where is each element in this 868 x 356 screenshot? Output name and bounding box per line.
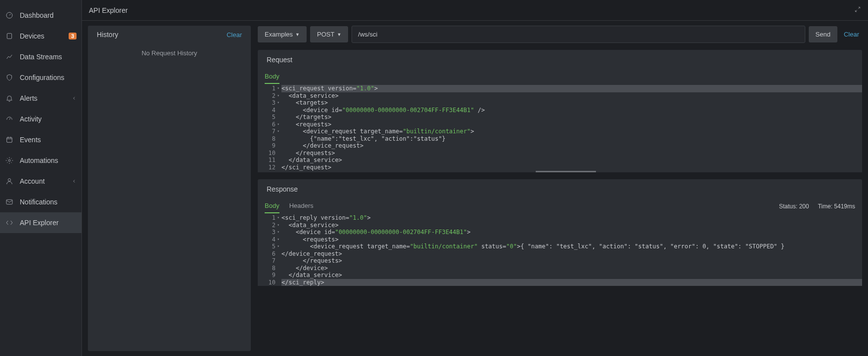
chevron-left-icon (72, 94, 77, 102)
main-area: API Explorer History Clear No Request Hi… (82, 0, 868, 356)
badge: 3 (69, 33, 77, 40)
svg-rect-5 (6, 199, 12, 204)
device-icon (5, 32, 14, 40)
scroll-indicator (258, 171, 862, 172)
gear-icon (5, 156, 14, 165)
send-button[interactable]: Send (809, 26, 837, 42)
gauge-icon (5, 11, 14, 20)
sidebar-item-label: API Explorer (20, 219, 77, 227)
chevron-left-icon (72, 177, 77, 185)
tab-body[interactable]: Body (265, 70, 279, 84)
response-time: Time: 5419ms (818, 203, 855, 210)
history-panel: History Clear No Request History (88, 26, 251, 351)
user-icon (5, 177, 14, 186)
sidebar-item-api-explorer[interactable]: API Explorer (0, 212, 81, 233)
sidebar-item-label: Data Streams (20, 53, 77, 61)
sidebar-item-label: Account (20, 177, 66, 185)
sidebar-item-notifications[interactable]: Notifications (0, 192, 81, 212)
line-gutter: 1▾2▾3▾456▾7▾89101112 (258, 85, 278, 171)
url-input[interactable] (352, 26, 805, 43)
chevron-down-icon: ▼ (337, 32, 341, 37)
sidebar-item-devices[interactable]: Devices3 (0, 26, 81, 46)
sidebar-item-label: Alerts (20, 94, 66, 102)
method-label: POST (317, 31, 334, 38)
sidebar-item-label: Activity (20, 115, 77, 123)
response-title: Response (258, 179, 862, 199)
response-status: Status: 200 (779, 203, 809, 210)
mail-icon (5, 198, 14, 206)
bell-icon (5, 94, 14, 103)
sidebar-item-label: Automations (20, 157, 77, 164)
tab-body[interactable]: Body (265, 199, 279, 213)
chart-icon (5, 52, 14, 61)
svg-point-4 (8, 179, 10, 181)
response-panel: Response Body Headers Status: 200 Time: … (258, 179, 862, 286)
request-title: Request (258, 50, 862, 70)
sidebar-item-label: Notifications (20, 198, 77, 206)
sidebar-item-label: Configurations (20, 74, 77, 81)
svg-rect-1 (7, 34, 11, 39)
calendar-icon (5, 135, 14, 144)
history-empty-text: No Request History (88, 43, 251, 351)
sidebar-item-account[interactable]: Account (0, 171, 81, 192)
sidebar-item-label: Events (20, 136, 77, 144)
code-content[interactable]: <sci_reply version="1.0"> <data_service>… (278, 214, 862, 286)
code-icon (5, 218, 14, 227)
history-clear-button[interactable]: Clear (227, 31, 242, 39)
line-gutter: 1▾2▾3▾4▾5▾678910 (258, 214, 278, 286)
sidebar-item-alerts[interactable]: Alerts (0, 88, 81, 109)
code-content[interactable]: <sci_request version="1.0"> <data_servic… (278, 85, 862, 171)
activity-icon (5, 115, 14, 123)
tab-headers[interactable]: Headers (289, 199, 314, 213)
sidebar-item-label: Devices (20, 32, 63, 40)
sidebar-item-data-streams[interactable]: Data Streams (0, 46, 81, 67)
clear-button[interactable]: Clear (841, 26, 862, 42)
examples-dropdown[interactable]: Examples ▼ (258, 26, 307, 42)
response-body-viewer[interactable]: 1▾2▾3▾4▾5▾678910<sci_reply version="1.0"… (258, 214, 862, 286)
history-title: History (97, 31, 118, 39)
shield-icon (5, 73, 14, 82)
sidebar: DashboardDevices3Data StreamsConfigurati… (0, 0, 82, 356)
topbar: API Explorer (82, 0, 868, 21)
request-panel: Request Body 1▾2▾3▾456▾7▾89101112<sci_re… (258, 50, 862, 172)
sidebar-item-activity[interactable]: Activity (0, 109, 81, 129)
expand-icon[interactable] (854, 6, 861, 14)
sidebar-item-automations[interactable]: Automations (0, 150, 81, 171)
sidebar-item-label: Dashboard (20, 11, 77, 19)
examples-label: Examples (265, 31, 293, 38)
sidebar-item-dashboard[interactable]: Dashboard (0, 5, 81, 26)
svg-rect-2 (7, 137, 12, 142)
request-toolbar: Examples ▼ POST ▼ Send Clear (258, 26, 862, 43)
page-title: API Explorer (89, 6, 854, 14)
sidebar-item-configurations[interactable]: Configurations (0, 67, 81, 88)
method-dropdown[interactable]: POST ▼ (310, 26, 348, 42)
sidebar-item-events[interactable]: Events (0, 129, 81, 150)
request-body-editor[interactable]: 1▾2▾3▾456▾7▾89101112<sci_request version… (258, 85, 862, 171)
svg-point-3 (8, 159, 10, 161)
chevron-down-icon: ▼ (295, 32, 300, 37)
